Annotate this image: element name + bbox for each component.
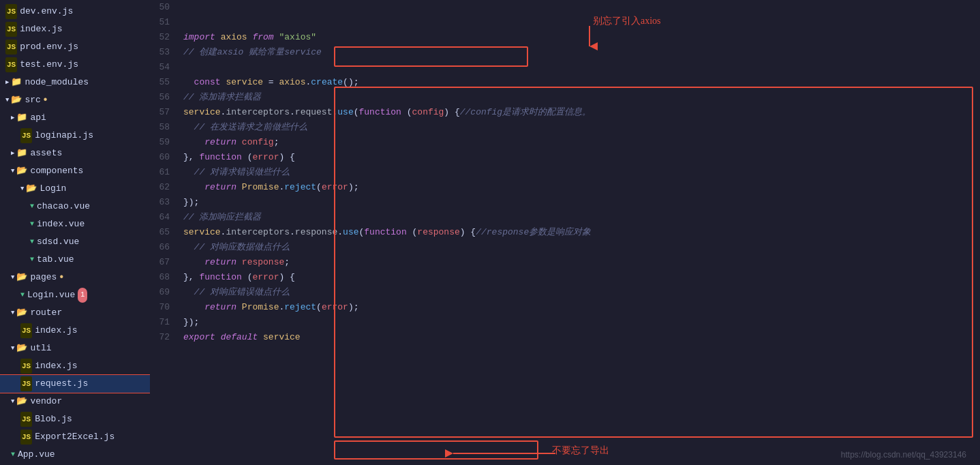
line-content: export default service xyxy=(181,330,980,345)
code-line-68: 68 }, function (error) { xyxy=(150,270,980,285)
sidebar-label: dev.env.js xyxy=(20,4,73,19)
unsaved-badge: 1 xyxy=(78,288,87,303)
chevron-down-icon: ▼ xyxy=(5,93,9,108)
line-content: return response; xyxy=(181,255,980,270)
sidebar-label: pages xyxy=(30,270,57,285)
sidebar-label: index.js xyxy=(35,359,77,374)
vue-icon xyxy=(20,288,25,303)
folder-icon: 📂 xyxy=(16,341,27,356)
js-icon: JS xyxy=(20,376,32,391)
sidebar-label: test.env.js xyxy=(20,57,78,72)
line-number: 70 xyxy=(150,300,181,315)
js-icon: JS xyxy=(5,40,17,55)
sidebar-item-tab-vue[interactable]: tab.vue xyxy=(0,251,150,269)
chevron-down-icon: ▼ xyxy=(11,305,14,320)
sidebar-item-pages[interactable]: ▼ 📂 pages • xyxy=(0,269,150,286)
line-content: // 对响应错误做点什么 xyxy=(181,285,980,300)
line-number: 66 xyxy=(150,240,181,255)
code-line-64: 64 // 添加响应拦截器 xyxy=(150,210,980,225)
code-lines: 50 51 52 import axios from "axios" 53 //… xyxy=(150,0,980,345)
folder-icon: 📂 xyxy=(16,270,27,285)
sidebar-item-prod-env[interactable]: JS prod.env.js xyxy=(0,38,150,56)
sidebar-item-login-vue[interactable]: Login.vue 1 xyxy=(0,286,150,304)
modified-dot: • xyxy=(42,95,49,106)
vue-icon xyxy=(30,217,34,232)
sidebar-label: request.js xyxy=(35,376,88,391)
sidebar-item-app-vue[interactable]: App.vue xyxy=(0,446,150,464)
sidebar-item-sdsd-vue[interactable]: sdsd.vue xyxy=(0,233,150,251)
sidebar-item-test-env[interactable]: JS test.env.js xyxy=(0,56,150,74)
line-number: 52 xyxy=(150,30,181,45)
code-line-63: 63 }); xyxy=(150,195,980,210)
code-line-52: 52 import axios from "axios" xyxy=(150,30,980,45)
sidebar-label: router xyxy=(30,305,62,320)
sidebar-item-node-modules[interactable]: ▶ 📁 node_modules xyxy=(0,74,150,91)
line-number: 53 xyxy=(150,45,181,60)
line-content: }); xyxy=(181,195,980,210)
sidebar-item-assets[interactable]: ▶ 📁 assets xyxy=(0,145,150,162)
sidebar-label: loginapi.js xyxy=(35,128,93,143)
code-line-67: 67 return response; xyxy=(150,255,980,270)
js-icon: JS xyxy=(20,128,32,143)
js-icon: JS xyxy=(5,4,17,19)
sidebar-label: App.vue xyxy=(18,447,55,462)
sidebar-label: components xyxy=(30,164,83,179)
line-number: 59 xyxy=(150,135,181,150)
folder-icon: 📂 xyxy=(16,394,27,409)
line-number: 62 xyxy=(150,180,181,195)
line-content: // 添加响应拦截器 xyxy=(181,210,980,225)
js-icon: JS xyxy=(20,359,32,374)
code-line-61: 61 // 对请求错误做些什么 xyxy=(150,165,980,180)
sidebar-label: vendor xyxy=(30,394,62,409)
sidebar-label: sdsd.vue xyxy=(37,235,79,250)
sidebar-item-src[interactable]: ▼ 📂 src • xyxy=(0,91,150,109)
sidebar-item-export2excel[interactable]: JS Export2Excel.js xyxy=(0,428,150,446)
sidebar-item-blob-js[interactable]: JS Blob.js xyxy=(0,410,150,428)
sidebar-item-components[interactable]: ▼ 📂 components xyxy=(0,162,150,180)
sidebar-label: tab.vue xyxy=(37,252,74,267)
sidebar-item-index-router[interactable]: JS index.js xyxy=(0,322,150,340)
sidebar-item-utli[interactable]: ▼ 📂 utli xyxy=(0,340,150,357)
line-content: service.interceptors.response.use(functi… xyxy=(181,225,980,240)
code-line-55: 55 const service = axios.create(); xyxy=(150,75,980,90)
code-line-60: 60 }, function (error) { xyxy=(150,150,980,165)
sidebar-label: index.js xyxy=(35,323,77,338)
sidebar-item-chacao-vue[interactable]: chacao.vue xyxy=(0,198,150,215)
line-content: }, function (error) { xyxy=(181,150,980,165)
sidebar-item-index-utli[interactable]: JS index.js xyxy=(0,357,150,375)
code-line-53: 53 // 创建axsio 赋给常量service xyxy=(150,45,980,60)
sidebar-item-request-js[interactable]: JS request.js xyxy=(0,375,150,393)
sidebar-item-index-vue[interactable]: index.vue xyxy=(0,215,150,233)
line-content: return Promise.reject(error); xyxy=(181,300,980,315)
folder-icon: 📁 xyxy=(16,146,27,161)
sidebar-item-api[interactable]: ▶ 📁 api xyxy=(0,109,150,127)
sidebar: JS dev.env.js JS index.js JS prod.env.js… xyxy=(0,0,150,465)
sidebar-label: node_modules xyxy=(25,75,89,90)
sidebar-item-vendor[interactable]: ▼ 📂 vendor xyxy=(0,393,150,410)
line-number: 55 xyxy=(150,75,181,90)
line-number: 65 xyxy=(150,225,181,240)
sidebar-item-router[interactable]: ▼ 📂 router xyxy=(0,304,150,322)
chevron-down-icon: ▼ xyxy=(11,341,14,356)
sidebar-item-index-root[interactable]: JS index.js xyxy=(0,20,150,38)
line-content: return config; xyxy=(181,135,980,150)
sidebar-item-loginapi[interactable]: JS loginapi.js xyxy=(0,127,150,145)
js-icon: JS xyxy=(5,22,17,37)
code-line-51: 51 xyxy=(150,15,980,30)
line-number: 64 xyxy=(150,210,181,225)
code-container: 50 51 52 import axios from "axios" 53 //… xyxy=(150,0,980,465)
folder-icon: 📂 xyxy=(16,164,27,179)
line-content: }, function (error) { xyxy=(181,270,980,285)
line-number: 61 xyxy=(150,165,181,180)
code-line-69: 69 // 对响应错误做点什么 xyxy=(150,285,980,300)
chevron-down-icon: ▼ xyxy=(11,164,14,179)
line-number: 57 xyxy=(150,105,181,120)
line-content: // 在发送请求之前做些什么 xyxy=(181,120,980,135)
code-line-56: 56 // 添加请求拦截器 xyxy=(150,90,980,105)
line-number: 51 xyxy=(150,15,181,30)
line-number: 71 xyxy=(150,315,181,330)
line-number: 68 xyxy=(150,270,181,285)
sidebar-label: chacao.vue xyxy=(37,199,90,214)
sidebar-item-dev-env[interactable]: JS dev.env.js xyxy=(0,3,150,20)
sidebar-item-login-folder[interactable]: ▼ 📂 Login xyxy=(0,180,150,198)
